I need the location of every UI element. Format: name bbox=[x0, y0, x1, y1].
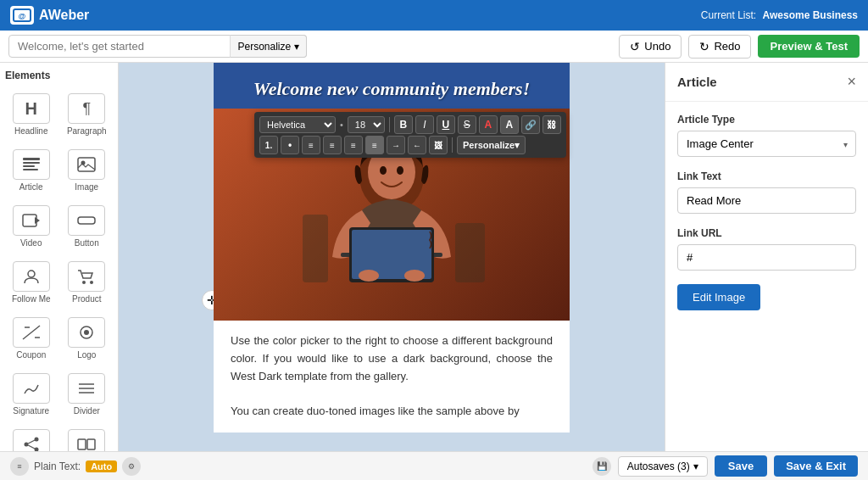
personalize-button[interactable]: Personalize ▾ bbox=[230, 35, 307, 58]
article-label: Article bbox=[19, 182, 43, 192]
sidebar-item-button[interactable]: Button bbox=[61, 200, 114, 253]
unlink-button[interactable]: ⛓ bbox=[542, 115, 561, 134]
sidebar-item-row[interactable]: Row bbox=[61, 424, 114, 451]
logo-area: @ AWeber bbox=[10, 6, 89, 25]
share-icon bbox=[13, 429, 50, 451]
font-family-select[interactable]: Helvetica bbox=[259, 116, 336, 133]
button-icon bbox=[68, 205, 105, 236]
sidebar-item-image[interactable]: Image bbox=[61, 144, 114, 197]
sidebar-item-followme[interactable]: Follow Me bbox=[5, 256, 58, 309]
panel-close-button[interactable]: × bbox=[847, 73, 856, 91]
svg-point-36 bbox=[359, 270, 379, 282]
product-icon bbox=[68, 261, 105, 292]
strikethrough-button[interactable]: S bbox=[458, 115, 476, 134]
ordered-list-button[interactable]: 1. bbox=[259, 136, 278, 154]
top-nav: @ AWeber Current List: Awesome Business bbox=[0, 0, 868, 31]
logo-text: AWeber bbox=[39, 8, 89, 23]
chevron-down-icon: ▾ bbox=[294, 41, 299, 53]
sidebar-item-article[interactable]: Article bbox=[5, 144, 58, 197]
sidebar-item-divider[interactable]: Divider bbox=[61, 368, 114, 421]
canvas-header: Welcome new community members! bbox=[214, 63, 570, 109]
svg-rect-2 bbox=[23, 158, 40, 160]
link-url-label: Link URL bbox=[677, 227, 856, 239]
link-url-input[interactable] bbox=[677, 244, 856, 271]
aweber-logo-icon: @ bbox=[10, 6, 34, 25]
headline-label: Headline bbox=[14, 126, 47, 136]
align-right-button[interactable]: ≡ bbox=[344, 136, 363, 154]
font-color-button[interactable]: A bbox=[479, 115, 498, 134]
svg-rect-28 bbox=[87, 439, 95, 449]
align-center-button[interactable]: ≡ bbox=[323, 136, 342, 154]
svg-point-31 bbox=[380, 166, 387, 175]
canvas-area: Helvetica • 18 B I U S A A 🔗 ⛓ 1. • ≡ bbox=[119, 63, 665, 451]
current-list-name: Awesome Business bbox=[763, 9, 859, 21]
sidebar-item-logo[interactable]: Logo bbox=[61, 312, 114, 365]
article-icon bbox=[13, 149, 50, 180]
autosaves-chevron-icon: ▾ bbox=[693, 460, 698, 472]
article-type-select[interactable]: Image Center Image Left Image Right No I… bbox=[677, 131, 856, 157]
save-disk-icon: 💾 bbox=[593, 457, 611, 476]
settings-icon[interactable]: ⚙ bbox=[122, 457, 141, 476]
button-label: Button bbox=[75, 238, 99, 248]
coupon-label: Coupon bbox=[16, 350, 46, 360]
personalize-format-button[interactable]: Personalize ▾ bbox=[457, 136, 526, 154]
bold-button[interactable]: B bbox=[394, 115, 413, 134]
outdent-button[interactable]: ← bbox=[408, 136, 426, 154]
undo-button[interactable]: ↺ Undo bbox=[619, 35, 682, 59]
sidebar-item-video[interactable]: Video bbox=[5, 200, 58, 253]
edit-image-label: Edit Image bbox=[693, 291, 745, 304]
headline-icon: H bbox=[13, 93, 50, 124]
svg-point-32 bbox=[397, 166, 403, 175]
svg-point-22 bbox=[34, 438, 38, 442]
svg-rect-3 bbox=[23, 162, 40, 164]
image-label: Image bbox=[75, 182, 98, 192]
preview-test-label: Preview & Test bbox=[770, 40, 848, 53]
svg-point-23 bbox=[24, 443, 28, 447]
unordered-list-button[interactable]: • bbox=[281, 136, 299, 154]
sidebar-item-paragraph[interactable]: ¶ Paragraph bbox=[61, 88, 114, 141]
align-left-button[interactable]: ≡ bbox=[302, 136, 320, 154]
italic-button[interactable]: I bbox=[415, 115, 434, 134]
svg-rect-10 bbox=[78, 217, 95, 224]
elements-grid: H Headline ¶ Paragraph Article Image bbox=[5, 88, 113, 451]
paragraph-icon: ¶ bbox=[68, 93, 105, 124]
bottom-left: ≡ Plain Text: Auto ⚙ bbox=[10, 457, 141, 476]
align-justify-button[interactable]: ≡ bbox=[365, 136, 384, 154]
sidebar-item-share[interactable]: Share bbox=[5, 424, 58, 451]
bg-color-button[interactable]: A bbox=[500, 115, 519, 134]
svg-line-25 bbox=[28, 440, 35, 444]
plain-text-icon[interactable]: ≡ bbox=[10, 457, 29, 476]
underline-button[interactable]: U bbox=[437, 115, 455, 134]
autosaves-button[interactable]: Autosaves (3) ▾ bbox=[618, 456, 708, 477]
preview-test-button[interactable]: Preview & Test bbox=[758, 35, 860, 58]
search-wrap: Personalize ▾ bbox=[8, 35, 307, 58]
link-text-input[interactable] bbox=[677, 187, 856, 214]
sidebar-item-headline[interactable]: H Headline bbox=[5, 88, 58, 141]
svg-rect-38 bbox=[303, 215, 328, 282]
right-panel: Article × Article Type Image Center Imag… bbox=[665, 63, 868, 451]
edit-image-button[interactable]: Edit Image bbox=[677, 284, 760, 310]
video-icon bbox=[13, 205, 50, 236]
logo-icon-el bbox=[68, 317, 105, 348]
coupon-icon bbox=[13, 317, 50, 348]
indent-button[interactable]: → bbox=[387, 136, 405, 154]
article-text-2: You can create duo-toned images like the… bbox=[231, 403, 553, 421]
article-text-1: Use the color picker to the right to cho… bbox=[231, 332, 553, 385]
sidebar-item-coupon[interactable]: Coupon bbox=[5, 312, 58, 365]
redo-button[interactable]: ↻ Redo bbox=[688, 35, 751, 59]
followme-label: Follow Me bbox=[12, 294, 51, 304]
svg-rect-27 bbox=[78, 439, 86, 449]
font-size-select[interactable]: 18 bbox=[348, 116, 385, 133]
sidebar-title: Elements bbox=[5, 70, 113, 81]
sidebar-item-product[interactable]: Product bbox=[61, 256, 114, 309]
auto-badge: Auto bbox=[86, 460, 117, 472]
insert-image-button[interactable]: 🖼 bbox=[429, 136, 448, 154]
sidebar-item-signature[interactable]: Signature bbox=[5, 368, 58, 421]
bottom-right: 💾 Autosaves (3) ▾ Save Save & Exit bbox=[593, 455, 858, 477]
link-button[interactable]: 🔗 bbox=[521, 115, 540, 134]
save-button[interactable]: Save bbox=[715, 455, 767, 477]
product-label: Product bbox=[72, 294, 101, 304]
save-exit-button[interactable]: Save & Exit bbox=[774, 455, 858, 477]
main-layout: Elements H Headline ¶ Paragraph Article bbox=[0, 63, 868, 451]
video-label: Video bbox=[20, 238, 42, 248]
